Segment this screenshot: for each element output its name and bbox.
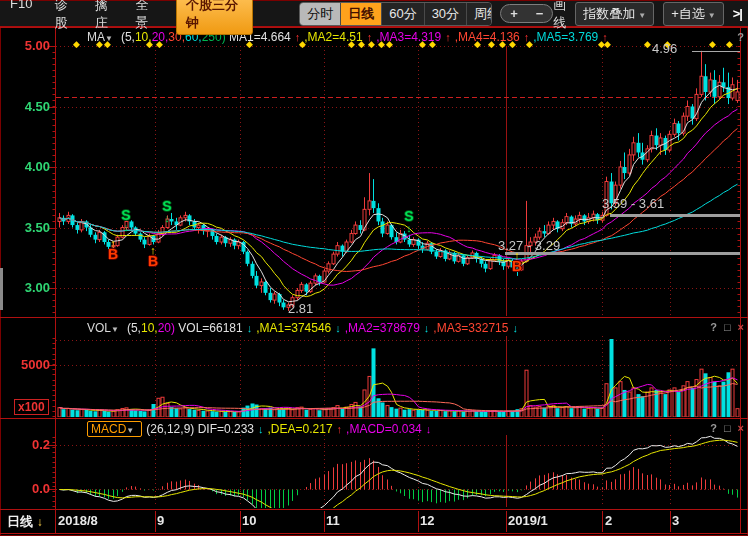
zoom-in-button[interactable]: +: [501, 5, 527, 22]
chart-canvas[interactable]: [0, 0, 748, 536]
toolbar-right: 画线 指数叠加▼ +自选▼ >|: [553, 0, 742, 32]
volume-unit-label: x100: [14, 399, 49, 415]
y-axis-label: 0.2: [0, 437, 50, 452]
close-icon[interactable]: ×: [738, 321, 744, 333]
indicator-param: 10,: [141, 321, 158, 335]
indicator-value: ,MACD=0.034: [346, 422, 422, 436]
tab-period-分时[interactable]: 分时: [300, 3, 341, 25]
x-axis-month-label: 2: [605, 513, 612, 528]
chevron-down-icon: ▼: [111, 325, 119, 334]
close-icon[interactable]: ×: [738, 422, 744, 434]
maximize-icon[interactable]: □: [724, 422, 731, 434]
y-axis-label: 4.50: [0, 99, 50, 114]
chevron-down-icon: ▼: [638, 11, 646, 20]
draw-line-button[interactable]: 画线: [553, 0, 566, 32]
x-axis-month-label: 2018/8: [58, 513, 98, 528]
add-watchlist-button[interactable]: +自选▼: [663, 2, 724, 26]
trend-arrow-icon: ↑: [445, 31, 451, 43]
support-resistance-label: 3.27 - 3.29: [498, 238, 560, 253]
y-axis-label: 3.00: [0, 280, 50, 295]
indicator-param: 20,: [152, 30, 169, 44]
trend-arrow-icon: ↓: [335, 322, 341, 334]
index-overlay-button[interactable]: 指数叠加▼: [575, 2, 654, 26]
event-diamond-icon[interactable]: ◆: [644, 40, 651, 49]
indicator-param: (5,: [127, 321, 141, 335]
indicator-value: ,DEA=0.217: [268, 422, 333, 436]
trend-arrow-icon: ↓: [247, 322, 253, 334]
indicator-param: (5,: [121, 30, 135, 44]
toolbar-menu: F10诊股擒庄全景: [10, 0, 176, 32]
vol-dropdown[interactable]: VOL▼: [87, 321, 123, 335]
period-tab-group: 分时日线60分30分周线▼: [299, 2, 492, 26]
tab-period-日线[interactable]: 日线: [341, 3, 382, 25]
support-resistance-label: 3.59 - 3.61: [602, 196, 664, 211]
trend-arrow-icon: ↑: [337, 423, 343, 435]
trend-arrow-icon: ↑: [295, 31, 301, 43]
menu-item-擒庄[interactable]: 擒庄: [95, 0, 114, 32]
trend-arrow-icon: ↓: [512, 322, 518, 334]
stock-3min-button[interactable]: 个股三分钟: [176, 0, 253, 35]
buy-marker: ↑B: [105, 238, 121, 261]
trend-arrow-icon: ↑: [524, 31, 530, 43]
indicator-value: ,MA1=374546: [256, 321, 331, 335]
ma-dropdown[interactable]: MA▼: [87, 30, 117, 44]
arrow-down-icon: ↓: [37, 515, 43, 529]
zoom-pill: + −: [500, 4, 553, 23]
buy-marker: ↑B: [509, 250, 525, 273]
x-axis-month-label: 10: [242, 513, 256, 528]
top-toolbar: F10诊股擒庄全景 个股三分钟 分时日线60分30分周线▼ + − 画线 指数叠…: [0, 0, 748, 27]
y-axis-label: 0.0: [0, 481, 50, 496]
menu-item-F10[interactable]: F10: [10, 0, 32, 32]
y-axis-label: 5000: [0, 357, 50, 372]
indicator-param: (26,12,9): [146, 422, 194, 436]
indicator-value: DIF=0.233: [198, 422, 254, 436]
tab-period-周线[interactable]: 周线▼: [467, 3, 492, 25]
sell-marker: S↓: [401, 210, 417, 233]
low-price-annotation: 2.81: [288, 301, 313, 316]
menu-item-全景[interactable]: 全景: [135, 0, 154, 32]
zoom-out-button[interactable]: −: [527, 5, 553, 22]
menu-item-诊股[interactable]: 诊股: [54, 0, 73, 32]
collapse-panel-icon[interactable]: >|: [733, 6, 742, 21]
event-diamond-icon[interactable]: ◆: [73, 40, 80, 49]
left-panel-splitter[interactable]: [0, 268, 3, 310]
x-axis-month-label: 3: [672, 513, 679, 528]
arrow-down-icon: ↓: [118, 222, 134, 232]
indicator-value: VOL=66181: [178, 321, 242, 335]
arrow-down-icon: ↓: [159, 213, 175, 223]
trend-arrow-icon: ↓: [424, 322, 430, 334]
tab-period-30分[interactable]: 30分: [425, 3, 467, 25]
x-axis-month-label: 11: [326, 513, 340, 528]
event-diamond-icon[interactable]: ◆: [709, 40, 716, 49]
macd-indicator-header: MACD▼(26,12,9) DIF=0.233↓,DEA=0.217↑,MAC…: [87, 421, 435, 436]
y-axis-label: 3.50: [0, 220, 50, 235]
period-dropdown[interactable]: 日线 ↓: [7, 513, 43, 531]
volume-indicator-header: VOL▼(5,10,20) VOL=66181↓,MA1=374546↓,MA2…: [87, 320, 522, 335]
y-axis-label: 5.00: [0, 38, 50, 53]
volume-pane-icons: ?□×: [710, 321, 744, 333]
sell-marker: S↓: [159, 200, 175, 223]
x-axis-month-label: 9: [157, 513, 164, 528]
indicator-value: ,MA2=4.51: [304, 30, 362, 44]
x-axis-month-label: 12: [420, 513, 434, 528]
help-icon[interactable]: ?: [737, 31, 744, 43]
sell-marker: S↓: [118, 209, 134, 232]
event-diamond-icon[interactable]: ◆: [726, 40, 733, 49]
y-axis-label: 4.00: [0, 159, 50, 174]
buy-marker: ↑B: [145, 245, 161, 268]
tab-period-60分[interactable]: 60分: [382, 3, 424, 25]
indicator-value: ,MA4=4.136: [455, 30, 520, 44]
indicator-value: ,MA3=4.319: [376, 30, 441, 44]
help-icon[interactable]: ?: [710, 422, 717, 434]
indicator-value: ,MA5=3.769: [533, 30, 598, 44]
macd-pane-icons: ?□×: [710, 422, 744, 434]
macd-dropdown[interactable]: MACD▼: [87, 421, 142, 437]
help-icon[interactable]: ?: [710, 321, 717, 333]
x-axis-month-label: 2019/1: [508, 513, 548, 528]
arrow-down-icon: ↓: [401, 223, 417, 233]
indicator-param: 10,: [135, 30, 152, 44]
maximize-icon[interactable]: □: [724, 321, 731, 333]
trend-arrow-icon: ↑: [602, 31, 608, 43]
indicator-param: 20): [158, 321, 175, 335]
chevron-down-icon: ▼: [126, 426, 134, 435]
